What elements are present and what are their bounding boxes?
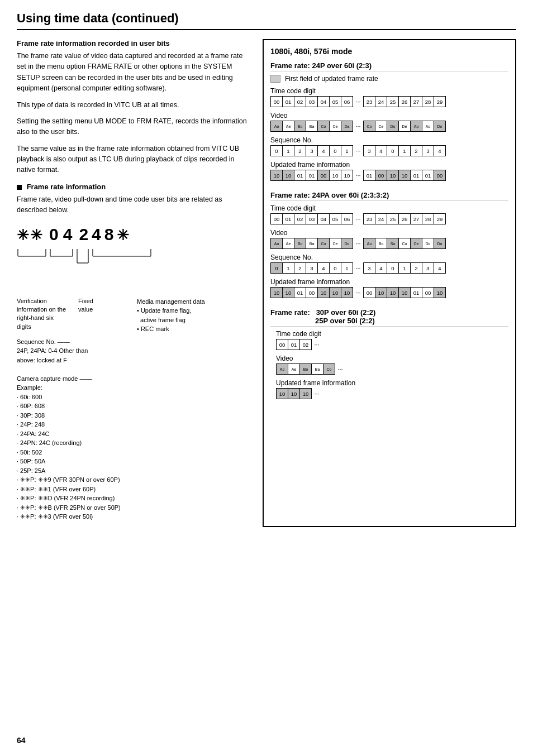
cell: 10 <box>299 388 312 399</box>
vcell: Ce <box>329 238 341 249</box>
ann-fixed: Fixed value <box>78 297 109 334</box>
cell: 4 <box>375 262 387 274</box>
vcell: Ba <box>311 363 323 375</box>
label-timecode-1: Time code digit <box>270 87 508 95</box>
ellipsis: ··· <box>311 388 322 399</box>
cell: 0 <box>270 262 283 274</box>
cell: 25 <box>387 213 399 224</box>
vcell: Ce <box>329 121 341 132</box>
vcell: Ae <box>288 363 300 375</box>
cells-timecode-1: 00 01 02 03 04 05 06 ··· 23 24 25 26 27 … <box>270 96 508 107</box>
cell: 1 <box>341 262 353 274</box>
cell: 01 <box>288 339 300 350</box>
cell: 23 <box>363 96 375 107</box>
paragraph-3: Setting the setting menu UB MODE to FRM … <box>17 116 251 138</box>
sub-text: Frame rate, video pull-down and time cod… <box>17 194 251 216</box>
cell: 28 <box>422 213 434 224</box>
ellipsis: ··· <box>335 363 346 375</box>
vcell: Co <box>323 363 335 375</box>
cell: 10 <box>434 287 446 298</box>
cell: 10 <box>398 287 411 298</box>
cell: 10 <box>317 287 330 298</box>
vcell: Do <box>434 238 446 249</box>
vcell: Do <box>341 238 353 249</box>
label-video-1: Video <box>270 112 508 119</box>
cell: 23 <box>363 213 375 224</box>
vcell: Bo <box>294 121 306 132</box>
ann-verification-label: Verification information on the right-ha… <box>17 297 67 332</box>
vcell: Ba <box>306 121 318 132</box>
vcell: Ae <box>282 238 294 249</box>
cell: 10 <box>282 287 294 298</box>
diag-2: 2 <box>79 225 89 244</box>
label-seq-1: Sequence No. <box>270 136 508 144</box>
vcell: Ao <box>270 238 283 249</box>
cell: 28 <box>422 96 434 107</box>
cell: 03 <box>306 96 318 107</box>
cell: 01 <box>422 170 434 181</box>
diag-asterisks: ✳✳ <box>17 227 44 244</box>
cell: 27 <box>410 96 422 107</box>
bullet-icon <box>17 185 22 190</box>
cell: 00 <box>270 96 283 107</box>
vcell: Co <box>317 121 330 132</box>
label-ufi-3: Updated frame information <box>276 379 508 387</box>
cell: 10 <box>375 287 387 298</box>
heading-30p: Frame rate: 30P over 60i (2:2) 25P over … <box>270 308 508 327</box>
main-section-title: Frame rate information recorded in user … <box>17 39 251 47</box>
vcell: Co <box>398 238 411 249</box>
cell: 00 <box>422 287 434 298</box>
cell: 10 <box>387 287 399 298</box>
cells-ufi-3: 10 10 10 ··· <box>276 388 508 399</box>
ellipsis: ··· <box>353 213 364 224</box>
diag-4a: 4 <box>63 225 74 244</box>
ellipsis: ··· <box>353 170 364 181</box>
paragraph-2: This type of data is recorded in VITC UB… <box>17 100 251 111</box>
page-number: 64 <box>17 736 26 745</box>
cell: 00 <box>270 213 283 224</box>
cell: 2 <box>410 145 422 156</box>
vcell: Ao <box>276 363 288 375</box>
diag-0: 0 <box>49 225 60 244</box>
cell: 05 <box>329 213 341 224</box>
right-column: 1080i, 480i, 576i mode Frame rate: 24P o… <box>263 39 516 527</box>
section-30p: Frame rate: 30P over 60i (2:2) 25P over … <box>270 308 508 399</box>
vcell: Ce <box>375 121 387 132</box>
cell: 2 <box>410 262 422 274</box>
section-24p: Frame rate: 24P over 60i (2:3) First fie… <box>270 61 508 181</box>
label-video-3: Video <box>276 355 508 362</box>
cell: 29 <box>434 96 446 107</box>
ann-sequence: Sequence No. —— 24P, 24PA: 0-4 Other tha… <box>17 337 251 521</box>
bracket-svg <box>17 246 240 291</box>
label-ufi-1: Updated frame information <box>270 161 508 169</box>
paragraph-4: The same value as in the frame rate info… <box>17 143 251 176</box>
cell: 10 <box>270 170 283 181</box>
cell: 01 <box>294 287 306 298</box>
cell: 05 <box>329 96 341 107</box>
sub-section-title: Frame rate information <box>17 183 251 191</box>
cell: 1 <box>398 262 411 274</box>
legend-text: First field of updated frame rate <box>285 75 378 83</box>
cell: 26 <box>398 213 411 224</box>
vcell: Bo <box>375 238 387 249</box>
cells-timecode-3: 00 01 02 ··· <box>276 339 508 350</box>
cell: 00 <box>317 170 330 181</box>
cells-ufi-2: 10 10 01 00 10 10 10 ··· 00 10 10 10 01 … <box>270 287 508 298</box>
cell: 10 <box>341 287 353 298</box>
cell: 1 <box>282 145 294 156</box>
vcell: So <box>387 238 399 249</box>
cell: 10 <box>329 170 341 181</box>
diag-8: 8 <box>104 225 115 244</box>
cell: 01 <box>410 170 422 181</box>
cell: 1 <box>398 145 411 156</box>
cell: 01 <box>306 170 318 181</box>
ann-media: Media management data• Update frame flag… <box>137 297 205 334</box>
cell: 10 <box>288 388 300 399</box>
cell: 0 <box>270 145 283 156</box>
cell: 29 <box>434 213 446 224</box>
left-column: Frame rate information recorded in user … <box>17 39 251 527</box>
vcell: Ao <box>422 121 434 132</box>
cell: 02 <box>294 213 306 224</box>
cell: 00 <box>363 287 375 298</box>
cell: 24 <box>375 96 387 107</box>
